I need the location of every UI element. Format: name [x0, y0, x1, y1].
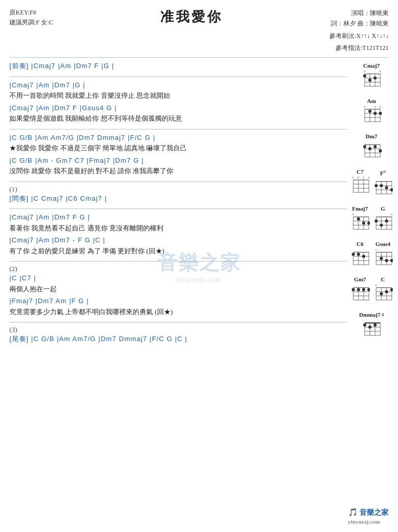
- verse2-lyric1: 看著你 我竟然看不起自己 遇見你 竟沒有離開的權利: [9, 223, 347, 233]
- svg-point-83: [375, 219, 378, 223]
- chord-row-gm7-c: Gm7 C: [350, 276, 393, 305]
- chord-grid-g: o: [373, 213, 393, 235]
- chord-grid-dm7: [361, 140, 382, 162]
- chorus-lyric2: 沒問你 就愛你 我不是最好的 對不起 請你 准我高攀了你: [9, 166, 347, 176]
- chord-label-dm7: Dm7: [366, 133, 378, 139]
- svg-point-72: [362, 222, 365, 225]
- chord-diagram-gm7: Gm7: [350, 276, 370, 305]
- divider-2: [9, 129, 347, 129]
- svg-point-85: [385, 219, 388, 223]
- chord-row-fmaj7-g: Fmaj7 o G: [350, 205, 393, 235]
- credits-area: 演唱：陳曉東 詞：林夕 曲：陳曉東 參考刷法:X↑↑↓ X↑↓↑↓ 參考指法:T…: [329, 8, 389, 53]
- chord-diagrams: Cmaj7 o o Am: [350, 62, 393, 341]
- verse1-section: |Cmaj7 |Am |Dm7 |G | 不用一首歌的時間 我就愛上你 音樂沒停…: [9, 80, 347, 124]
- footer-icon: 🎵: [348, 508, 358, 516]
- section2-lyric1: 兩個人抱在一起: [9, 284, 347, 294]
- svg-point-38: [379, 149, 382, 152]
- svg-point-22: [374, 112, 377, 115]
- chord-diagram-dm7: Dm7: [350, 133, 393, 162]
- svg-point-108: [390, 259, 393, 262]
- svg-point-97: [362, 255, 365, 258]
- song-title: 准我愛你: [53, 8, 329, 26]
- chord-label-gsus4: Gsus4: [376, 241, 391, 247]
- chord-label-g: G: [381, 205, 386, 212]
- svg-point-61: [385, 186, 388, 189]
- svg-point-121: [367, 288, 370, 291]
- svg-point-60: [380, 184, 383, 187]
- svg-text:o: o: [368, 176, 370, 179]
- outro-chord: [尾奏] |C G/B |Am Am7/G |Dm7 Dmmaj7 |F/C G…: [9, 334, 347, 344]
- svg-point-106: [380, 257, 383, 260]
- svg-text:o: o: [364, 70, 366, 73]
- section2: (2) |C |C7 | 兩個人抱在一起 |Fmaj7 |Dm7 Am |F G…: [9, 265, 347, 317]
- chord-grid-c7: o o o o: [350, 176, 370, 198]
- verse1-lyric2: 如果愛情是個遊戲 我願輸給你 想不到等待是個孤獨的玩意: [9, 113, 347, 124]
- svg-point-130: [380, 292, 383, 295]
- chord-diagram-dmmaj7: Dmmaj74: [350, 312, 393, 341]
- svg-point-10: [374, 76, 377, 80]
- svg-point-35: [363, 145, 366, 148]
- svg-text:o: o: [374, 105, 376, 109]
- chord-diagram-g: G o: [373, 205, 393, 235]
- svg-point-9: [368, 79, 371, 82]
- svg-text:o: o: [375, 248, 377, 252]
- svg-point-119: [357, 288, 360, 291]
- prelude-chord: [前奏] |Cmaj7 |Am |Dm7 F |G |: [9, 61, 347, 71]
- title-area: 准我愛你: [53, 8, 329, 26]
- interlude-chord: [間奏] |C Cmaj7 |C6 Cmaj7 |: [9, 193, 347, 204]
- chord-label-f: Fo: [380, 168, 386, 176]
- svg-point-23: [379, 112, 382, 115]
- svg-text:o: o: [352, 176, 354, 179]
- svg-text:o: o: [357, 176, 360, 179]
- original-key: 原KEY:F# 建議男調:F 女:C: [9, 8, 53, 28]
- divider-top: [9, 57, 389, 58]
- chord-grid-dmmaj7: [361, 319, 382, 341]
- chord-diagram-am: Am o o o: [350, 98, 393, 127]
- svg-point-21: [368, 110, 371, 113]
- footer-logo-text: 音樂之家: [360, 509, 389, 516]
- chord-row-c7-f: C7 o o o o Fo: [350, 168, 393, 199]
- chord-label-cmaj7: Cmaj7: [363, 62, 380, 69]
- credits: 詞：林夕 曲：陳曉東: [329, 18, 389, 29]
- ref-fingering: 參考指法:T121T121: [329, 43, 389, 53]
- svg-point-95: [352, 253, 355, 256]
- svg-text:o: o: [352, 213, 354, 216]
- chord-label-c7: C7: [356, 168, 363, 175]
- chord-diagram-c6: C6: [350, 241, 370, 270]
- divider-1: [9, 76, 347, 77]
- chord-grid-c6: [350, 248, 370, 270]
- svg-point-59: [375, 184, 378, 187]
- svg-text:o: o: [391, 213, 393, 216]
- outro-section: (3) [尾奏] |C G/B |Am Am7/G |Dm7 Dmmaj7 |F…: [9, 326, 347, 344]
- footer-url: yinyuezj.com: [348, 518, 380, 525]
- chorus-chord2: |C G/B |Am - Gm7 C7 |Fmaj7 |Dm7 G |: [9, 155, 347, 166]
- footer: 🎵 音樂之家 yinyuezj.com: [348, 508, 389, 526]
- verse2-chord1: |Cmaj7 |Am |Dm7 F G |: [9, 212, 347, 223]
- key-info: 原KEY:F# 建議男調:F 女:C: [9, 8, 53, 28]
- svg-point-143: [368, 326, 371, 329]
- chord-label-dmmaj7: Dmmaj74: [359, 312, 383, 318]
- chord-grid-am: o o o: [361, 105, 382, 127]
- chord-grid-cmaj7: o o: [361, 70, 382, 92]
- svg-point-144: [374, 323, 377, 327]
- verse1-chord2: |Cmaj7 |Am |Dm7 F |Gsus4 G |: [9, 103, 347, 113]
- chord-grid-c: o: [373, 283, 393, 305]
- interlude-section: (1) [間奏] |C Cmaj7 |C6 Cmaj7 |: [9, 185, 347, 204]
- svg-point-71: [357, 217, 360, 220]
- divider-5: [9, 261, 347, 262]
- prelude-section: [前奏] |Cmaj7 |Am |Dm7 F |G |: [9, 61, 347, 71]
- chord-diagram-c: C o: [373, 276, 393, 305]
- verse1-chord1: |Cmaj7 |Am |Dm7 |G |: [9, 80, 347, 90]
- chord-label-fmaj7: Fmaj7: [352, 205, 368, 212]
- svg-point-62: [390, 188, 393, 191]
- chord-label-c6: C6: [356, 241, 363, 247]
- interlude-label: (1): [9, 185, 347, 193]
- svg-text:o: o: [363, 176, 365, 179]
- chord-diagram-f: Fo: [373, 168, 393, 199]
- svg-point-37: [374, 145, 377, 148]
- svg-point-73: [367, 222, 370, 225]
- ref-strumming: 參考刷法:X↑↑↓ X↑↓↑↓: [329, 31, 389, 41]
- performer: 演唱：陳曉東: [329, 8, 389, 18]
- svg-point-107: [385, 259, 388, 262]
- chord-label-c: C: [381, 276, 385, 282]
